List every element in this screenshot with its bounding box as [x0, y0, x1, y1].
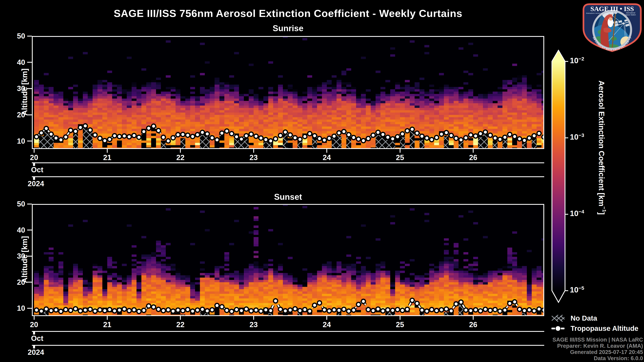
year-label: 2024	[28, 179, 44, 188]
y-tick-mark	[27, 62, 32, 63]
no-data-label: No Data	[570, 314, 597, 322]
y-tick-label: 50	[3, 200, 25, 208]
sunset-heatmap-panel	[32, 204, 544, 316]
x-tick-label: 23	[244, 153, 264, 162]
x-tick-mark	[34, 316, 34, 320]
y-axis-label: Altitude [km]	[20, 236, 29, 283]
x-tick-mark	[400, 316, 400, 320]
x-tick-label: 23	[244, 321, 264, 329]
legend-tropopause: Tropopause Altitude	[552, 324, 638, 333]
credits-block: SAGE III/ISS Mission | NASA LaRCPreparer…	[470, 337, 643, 361]
x-tick-label: 24	[317, 321, 337, 329]
y-tick-mark	[27, 308, 32, 309]
credit-line: Generated 2025-07-17 20:45	[470, 349, 643, 355]
x-tick-mark	[400, 149, 400, 153]
x-tick-mark	[326, 316, 327, 320]
y-tick-label: 40	[3, 58, 25, 67]
y-tick-label: 10	[3, 304, 25, 313]
y-tick-mark	[27, 141, 32, 141]
sunrise-heatmap-panel	[32, 36, 544, 149]
no-data-hatch-icon	[552, 314, 564, 323]
x-tick-mark	[473, 149, 474, 153]
colorbar-tick-label: 10−2	[570, 56, 584, 65]
credit-line: Preparer: Kevin R. Leavor (AMA)	[470, 343, 643, 349]
x-tick-label: 24	[317, 153, 337, 162]
year-axis-line	[32, 176, 544, 177]
x-tick-mark	[180, 149, 181, 153]
logo-title: SAGE III • ISS	[590, 5, 634, 12]
x-tick-mark	[107, 149, 108, 153]
logo-subtitle-right-2: Space Station	[626, 14, 636, 16]
month-label: Oct	[31, 166, 43, 174]
month-axis-line	[32, 331, 544, 332]
colorbar-tick-label: 10−5	[570, 285, 584, 294]
x-tick-label: 25	[390, 321, 410, 329]
x-tick-label: 20	[24, 321, 44, 329]
colorbar-tick-label: 10−3	[570, 132, 584, 141]
x-tick-label: 22	[170, 321, 190, 329]
sunset-heatmap-canvas	[33, 205, 544, 315]
colorbar-tick-label: 10−4	[570, 209, 584, 218]
y-tick-label: 10	[3, 137, 25, 145]
tropopause-label: Tropopause Altitude	[570, 325, 638, 333]
colorbar-label: Aerosol Extinction Coefficient [km−1]	[597, 80, 607, 215]
y-tick-label: 40	[3, 226, 25, 234]
y-tick-mark	[27, 204, 32, 204]
x-tick-mark	[107, 316, 108, 320]
x-tick-label: 26	[463, 153, 483, 162]
tropopause-line-icon	[552, 324, 564, 333]
x-tick-label: 25	[390, 153, 410, 162]
x-tick-mark	[473, 316, 474, 320]
panel-title-sunrise: Sunrise	[32, 23, 544, 33]
legend-no-data: No Data	[552, 314, 597, 323]
y-tick-label: 50	[3, 32, 25, 40]
x-tick-label: 26	[463, 321, 483, 329]
sage-iss-mission-patch-logo: SAGE III • ISS Stratospheric Aerosol and…	[582, 3, 642, 52]
y-tick-mark	[27, 36, 32, 36]
figure-title: SAGE III/ISS 756nm Aerosol Extinction Co…	[32, 7, 544, 19]
year-axis-line	[32, 345, 544, 346]
x-tick-label: 20	[24, 153, 44, 162]
colorbar-gradient-arrow	[552, 50, 565, 302]
logo-subtitle-right-1: International	[626, 12, 635, 14]
year-label: 2024	[28, 348, 44, 357]
x-tick-mark	[34, 149, 34, 153]
panel-title-sunset: Sunset	[32, 192, 544, 202]
x-tick-label: 21	[97, 321, 117, 329]
x-tick-mark	[253, 149, 254, 153]
colorbar	[552, 50, 566, 303]
month-axis-line	[32, 162, 544, 163]
credit-line: SAGE III/ISS Mission | NASA LaRC	[470, 337, 643, 343]
month-label: Oct	[31, 334, 43, 343]
x-tick-label: 22	[170, 153, 190, 162]
sunrise-heatmap-canvas	[33, 37, 544, 148]
y-tick-mark	[27, 230, 32, 230]
x-tick-mark	[253, 316, 254, 320]
logo-subtitle-left: Stratospheric Aerosol and Gas Experiment…	[586, 12, 616, 14]
credit-line: Data Version: 6.0.0	[470, 355, 643, 361]
x-tick-mark	[326, 149, 327, 153]
x-tick-label: 21	[97, 153, 117, 162]
y-axis-label: Altitude [km]	[20, 68, 29, 115]
x-tick-mark	[180, 316, 181, 320]
